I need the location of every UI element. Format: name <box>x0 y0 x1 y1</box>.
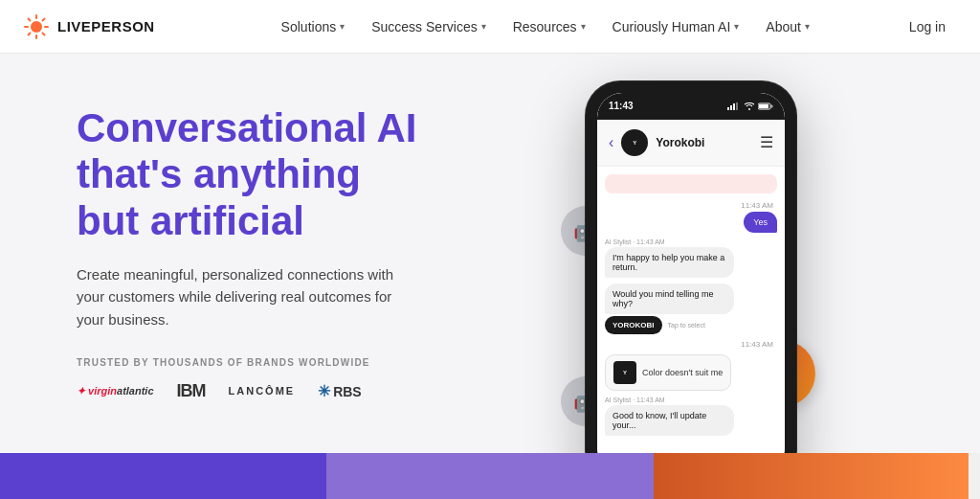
login-button[interactable]: Log in <box>898 13 957 40</box>
chat-header-left: ‹ Y Yorokobi <box>609 129 704 156</box>
chevron-down-icon: ▾ <box>581 21 586 32</box>
bottom-segment-1 <box>0 453 326 499</box>
signal-icon <box>727 102 741 110</box>
svg-line-7 <box>43 18 45 20</box>
nav-about[interactable]: About ▾ <box>754 13 821 40</box>
bottom-segment-3 <box>654 453 980 499</box>
phone-screen: 11:43 <box>597 93 785 454</box>
hero-left: Conversational AI that's anything but ar… <box>77 105 479 401</box>
logo-text: LIVEPERSON <box>57 18 155 34</box>
brand-lancome: LANCÔME <box>229 385 296 397</box>
hero-section: Conversational AI that's anything but ar… <box>0 54 980 453</box>
hero-headline: Conversational AI that's anything but ar… <box>77 105 440 244</box>
logo-icon <box>23 13 50 40</box>
navbar: LIVEPERSON Solutions ▾ Success Services … <box>0 0 980 54</box>
svg-rect-17 <box>771 104 773 107</box>
brand-virgin: ✦ virginatlantic <box>77 384 154 397</box>
hero-right: 🤖 🤖 11:43 <box>479 54 903 453</box>
msg-sender-bottom: AI Stylist · 11:43 AM <box>605 397 665 403</box>
color-text: Color doesn't suit me <box>642 368 723 377</box>
headline-line3: but artificial <box>77 198 440 244</box>
svg-rect-14 <box>736 102 738 110</box>
phone-status-icons <box>727 102 773 110</box>
msg-sender-label: AI Stylist · 11:43 AM <box>605 238 665 245</box>
chat-header: ‹ Y Yorokobi ☰ <box>597 120 785 167</box>
logo[interactable]: LIVEPERSON <box>23 13 155 40</box>
msg-ai-bottom: AI Stylist · 11:43 AM Good to know, I'll… <box>605 397 777 436</box>
yorokobi-icon: Y <box>613 361 636 384</box>
svg-rect-12 <box>730 105 732 110</box>
nav-solutions[interactable]: Solutions ▾ <box>270 13 357 40</box>
chevron-down-icon: ▾ <box>481 21 486 32</box>
msg-bubble-return: I'm happy to help you make a return. <box>605 247 734 278</box>
msg-ai-why: Would you mind telling me why? YOROKOBI … <box>605 284 777 334</box>
option-row: YOROKOBI Tap to select <box>605 316 705 334</box>
brand-rbs: ✳RBS <box>318 382 362 400</box>
nav-items: Solutions ▾ Success Services ▾ Resources… <box>193 13 898 40</box>
previous-messages <box>605 174 777 193</box>
msg-timestamp: 11:43 AM <box>741 201 773 210</box>
msg-time-right: 11:43 AM Yes <box>605 201 777 233</box>
msg-bubble-why: Would you mind telling me why? <box>605 284 734 314</box>
svg-line-5 <box>29 18 31 20</box>
phone: 11:43 <box>586 81 796 454</box>
phone-wrapper: 🤖 🤖 11:43 <box>586 81 796 454</box>
msg-bubble-update: Good to know, I'll update your... <box>605 405 734 436</box>
headline-line1: Conversational AI <box>77 105 440 151</box>
nav-success-services[interactable]: Success Services ▾ <box>360 13 497 40</box>
msg-time-right2: 11:43 AM <box>605 340 777 349</box>
menu-icon[interactable]: ☰ <box>760 133 773 151</box>
chevron-down-icon: ▾ <box>805 21 810 32</box>
color-option-bubble: Y Color doesn't suit me <box>605 354 731 391</box>
battery-icon <box>758 102 773 110</box>
tap-select-label: Tap to select <box>668 322 705 329</box>
phone-status-bar: 11:43 <box>597 93 785 120</box>
chat-name: Yorokobi <box>656 136 704 149</box>
svg-rect-16 <box>759 104 768 108</box>
bottom-bar <box>0 453 980 499</box>
svg-point-0 <box>31 21 42 33</box>
chat-avatar: Y <box>621 129 648 156</box>
brand-ibm: IBM <box>177 381 206 401</box>
chevron-down-icon: ▾ <box>340 21 345 32</box>
brand-logos: ✦ virginatlantic IBM LANCÔME ✳RBS <box>77 381 440 401</box>
svg-rect-13 <box>733 103 735 110</box>
svg-line-8 <box>29 33 31 34</box>
chat-body: 11:43 AM Yes AI Stylist · 11:43 AM I'm h… <box>597 167 785 454</box>
nav-curiously-human[interactable]: Curiously Human AI ▾ <box>601 13 751 40</box>
msg-ai-return: AI Stylist · 11:43 AM I'm happy to help … <box>605 238 777 278</box>
msg-timestamp2: 11:43 AM <box>741 340 773 349</box>
back-button[interactable]: ‹ <box>609 134 613 151</box>
nav-resources[interactable]: Resources ▾ <box>501 13 597 40</box>
trusted-label: TRUSTED BY THOUSANDS OF BRANDS WORLDWIDE <box>77 357 440 368</box>
hero-subtext: Create meaningful, personalized connecti… <box>77 263 402 330</box>
svg-rect-11 <box>727 107 729 110</box>
svg-line-6 <box>43 33 45 34</box>
phone-time: 11:43 <box>609 101 634 111</box>
headline-line2: that's anything <box>77 151 440 197</box>
wifi-icon <box>745 102 754 110</box>
option-yorokobi[interactable]: YOROKOBI <box>605 316 662 334</box>
chevron-down-icon: ▾ <box>734 21 739 32</box>
msg-bubble-yes: Yes <box>744 212 777 233</box>
bottom-segment-2 <box>326 453 653 499</box>
